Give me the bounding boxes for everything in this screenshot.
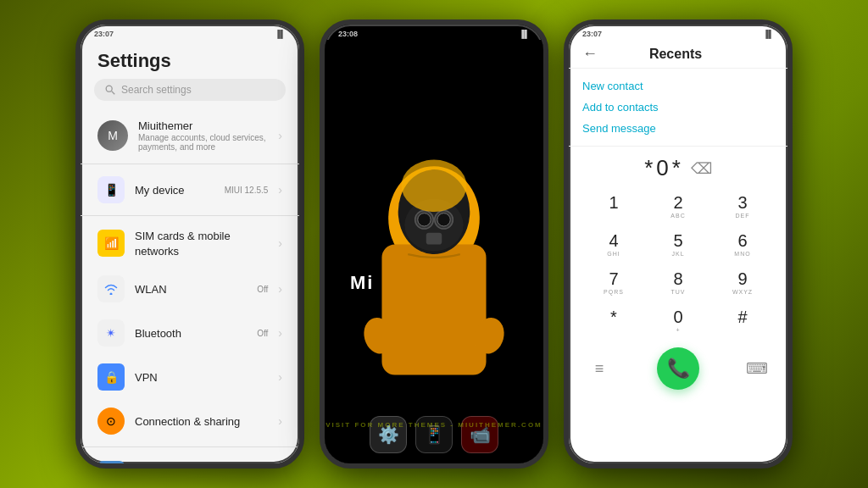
key-5[interactable]: 5 JKL: [647, 226, 709, 263]
settings-title: Settings: [81, 40, 299, 79]
profile-text: Miuithemer Manage accounts, cloud servic…: [138, 119, 268, 152]
key-7-sub: PQRS: [604, 289, 624, 296]
vpn-text: VPN: [135, 369, 268, 385]
backspace-button[interactable]: ⌫: [691, 159, 712, 178]
dock-icon-miui[interactable]: 📱: [415, 416, 453, 453]
statusbar-settings: 23:07 ▐▌: [81, 25, 299, 40]
svg-point-0: [106, 86, 112, 92]
phone-settings: 23:07 ▐▌ Settings Search settings M Miui…: [75, 19, 304, 469]
lock-time: 23:08: [338, 30, 358, 38]
dialer-status-icons: ▐▌: [763, 30, 774, 38]
back-button[interactable]: ←: [582, 45, 598, 63]
svg-point-9: [437, 214, 450, 226]
gasmask-figure: [349, 133, 519, 421]
menu-button[interactable]: ≡: [582, 352, 616, 385]
profile-subtitle: Manage accounts, cloud services, payment…: [138, 133, 268, 152]
key-star-main: *: [610, 308, 617, 327]
dialer-header: ← Recents: [569, 40, 787, 69]
settings-item-connection[interactable]: ⊙ Connection & sharing ›: [81, 399, 299, 443]
dialer-title: Recents: [604, 47, 747, 62]
key-2[interactable]: 2 ABC: [647, 188, 709, 225]
key-5-main: 5: [673, 231, 682, 251]
key-star[interactable]: *: [582, 302, 645, 339]
wlan-icon: [97, 275, 125, 302]
key-3[interactable]: 3 DEF: [711, 188, 774, 225]
mydevice-text: My device: [135, 182, 214, 197]
svg-rect-10: [426, 233, 442, 245]
key-7[interactable]: 7 PQRS: [582, 264, 645, 301]
svg-point-8: [418, 214, 431, 226]
key-4[interactable]: 4 GHI: [582, 226, 645, 263]
search-icon: [104, 84, 116, 96]
lockscreen-content: Mi ⚙️ 📱 📹: [325, 40, 543, 463]
key-5-sub: JKL: [671, 251, 684, 258]
wlan-badge: Off: [257, 285, 268, 294]
mydevice-icon: 📱: [97, 176, 125, 203]
key-0-main: 0: [673, 308, 682, 327]
settings-item-mydevice[interactable]: 📱 My device MIUI 12.5.5 ›: [81, 168, 299, 212]
divider-3: [81, 446, 299, 447]
settings-item-profile[interactable]: M Miuithemer Manage accounts, cloud serv…: [81, 111, 299, 160]
vpn-icon: 🔒: [97, 363, 125, 391]
key-8[interactable]: 8 TUV: [647, 264, 709, 301]
add-to-contacts-link[interactable]: Add to contacts: [582, 97, 774, 118]
chevron-icon-4: ›: [278, 282, 282, 296]
status-icons: ▐▌: [275, 30, 286, 38]
svg-rect-3: [381, 245, 486, 375]
lock-battery: ▐▌: [519, 30, 530, 38]
profile-name: Miuithemer: [138, 119, 268, 132]
search-bar[interactable]: Search settings: [94, 79, 286, 101]
statusbar-lock: 23:08 ▐▌: [325, 25, 543, 40]
key-0-sub: +: [676, 327, 680, 334]
settings-item-sim[interactable]: 📶 SIM cards & mobile networks ›: [81, 219, 299, 267]
key-2-sub: ABC: [670, 213, 685, 219]
key-4-main: 4: [609, 231, 618, 251]
dock-icon-settings[interactable]: ⚙️: [370, 416, 407, 453]
connection-icon: ⊙: [97, 408, 125, 435]
key-3-main: 3: [737, 193, 747, 213]
connection-title: Connection & sharing: [135, 415, 240, 428]
new-contact-link[interactable]: New contact: [582, 75, 774, 97]
key-hash[interactable]: #: [711, 302, 774, 339]
key-1[interactable]: 1: [582, 188, 645, 225]
keyboard-button[interactable]: ⌨: [740, 352, 774, 385]
chevron-icon-5: ›: [278, 326, 282, 340]
mydevice-title: My device: [135, 184, 185, 197]
settings-item-vpn[interactable]: 🔒 VPN ›: [81, 355, 299, 399]
wallpaper-icon: 🖼: [97, 461, 125, 463]
key-8-sub: TUV: [671, 289, 686, 296]
recents-links: New contact Add to contacts Send message: [569, 69, 787, 147]
chevron-icon-7: ›: [278, 414, 282, 428]
key-8-main: 8: [673, 269, 682, 289]
dialer-bottom: ≡ 📞 ⌨: [569, 342, 787, 395]
chevron-icon-6: ›: [278, 370, 282, 384]
connection-text: Connection & sharing: [135, 413, 268, 429]
svg-point-11: [402, 160, 467, 213]
call-button[interactable]: 📞: [657, 347, 699, 390]
key-7-main: 7: [609, 269, 618, 289]
bluetooth-icon: ✴: [97, 319, 125, 347]
key-6-main: 6: [737, 231, 747, 251]
chevron-icon-3: ›: [278, 236, 282, 250]
key-9[interactable]: 9 WXYZ: [711, 264, 774, 301]
wlan-title: WLAN: [135, 283, 167, 296]
chevron-icon-2: ›: [278, 183, 282, 197]
divider-1: [81, 164, 299, 164]
dialer-time: 23:07: [582, 30, 602, 38]
settings-item-bluetooth[interactable]: ✴ Bluetooth Off ›: [81, 311, 299, 355]
send-message-link[interactable]: Send message: [582, 118, 774, 139]
settings-item-wlan[interactable]: WLAN Off ›: [81, 267, 299, 311]
key-6[interactable]: 6 MNO: [711, 226, 774, 263]
chevron-icon: ›: [278, 129, 282, 142]
bluetooth-badge: Off: [257, 329, 268, 338]
wifi-icon: [103, 283, 119, 295]
settings-item-wallpaper[interactable]: 🖼 Wallpaper & personalization ›: [81, 451, 299, 463]
key-3-sub: DEF: [736, 213, 750, 219]
dock-icon-screen[interactable]: 📹: [461, 416, 498, 453]
key-0[interactable]: 0 +: [647, 302, 709, 339]
wallpaper-title: Wallpaper & personalization: [135, 461, 209, 463]
key-9-sub: WXYZ: [732, 289, 753, 296]
key-9-main: 9: [737, 269, 747, 289]
sim-text: SIM cards & mobile networks: [135, 228, 268, 258]
vpn-title: VPN: [135, 371, 158, 384]
